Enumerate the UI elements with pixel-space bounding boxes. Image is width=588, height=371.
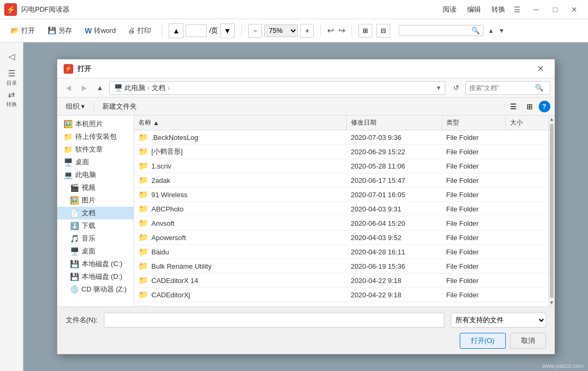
- file-date-cell: 2020-05-28 11:06: [347, 159, 442, 173]
- dialog-close-btn[interactable]: ✕: [533, 61, 548, 76]
- file-row[interactable]: 📁 2adak 2020-06-17 15:47 File Folder: [134, 173, 548, 188]
- tree-item-downloads[interactable]: ⬇️ 下载: [57, 219, 134, 232]
- tree-item-video[interactable]: 🎬 视频: [57, 181, 134, 194]
- file-size-cell: [506, 188, 548, 201]
- dialog-scrollbar[interactable]: ▲ ▼: [548, 116, 555, 306]
- page-up-btn[interactable]: ▲: [169, 23, 183, 38]
- sidebar-item-convert[interactable]: ⇄ 转换: [2, 89, 21, 108]
- tree-item-drive-z[interactable]: 💿 CD 驱动器 (Z:): [57, 283, 134, 296]
- zoom-out-btn[interactable]: －: [248, 24, 262, 38]
- search-input[interactable]: [402, 26, 471, 34]
- tree-item-pictures[interactable]: 🖼️ 图片: [57, 194, 134, 207]
- open-confirm-btn[interactable]: 打开(O): [460, 333, 506, 349]
- tree-item-desktop-2[interactable]: 🖥️ 桌面: [57, 245, 134, 258]
- search-down-btn[interactable]: ▼: [498, 27, 505, 34]
- file-type-cell: File Folder: [442, 145, 506, 158]
- tree-item-photos[interactable]: 🖼️ 本机照片: [57, 118, 134, 130]
- word-button[interactable]: W 转word: [81, 24, 120, 38]
- addr-forward-btn[interactable]: ▶: [77, 81, 91, 95]
- fit-page-btn[interactable]: ⊞: [358, 24, 372, 38]
- print-button[interactable]: 🖨 打印: [124, 24, 155, 38]
- menu-edit[interactable]: 编辑: [465, 4, 483, 15]
- file-row[interactable]: 📁 CADEditorXj 2020-04-22 9:18 File Folde…: [134, 288, 548, 302]
- file-name: Anvsoft: [152, 219, 174, 227]
- address-path[interactable]: 🖥️ 此电脑 › 文档 › ▾: [109, 81, 445, 95]
- tree-item-music[interactable]: 🎵 音乐: [57, 232, 134, 245]
- new-folder-btn[interactable]: 新建文件夹: [98, 100, 141, 113]
- zoom-select[interactable]: 75% 50% 100% 125% 150% 200%: [264, 24, 298, 37]
- tree-item-articles[interactable]: 📁 软件文章: [57, 143, 134, 156]
- tree-item-desktop-1[interactable]: 🖥️ 桌面: [57, 156, 134, 169]
- file-row[interactable]: 📁 CADEditorX 14 2020-04-22 9:18 File Fol…: [134, 273, 548, 288]
- file-rows-container: 📁 .BeckNotesLog 2020-07-03 9:36 File Fol…: [134, 130, 548, 306]
- file-name-cell: 📁 Baidu: [134, 245, 347, 259]
- file-row[interactable]: 📁 [小鹤音形] 2020-06-29 15:22 File Folder: [134, 145, 548, 159]
- file-name: 1.scriv: [152, 162, 172, 170]
- back-btn[interactable]: ↩: [327, 25, 334, 36]
- file-name: CADEditorXj: [152, 291, 190, 299]
- dialog-search-input[interactable]: [469, 84, 533, 92]
- page-down-btn[interactable]: ▼: [220, 23, 235, 38]
- page-input[interactable]: 0: [186, 24, 207, 37]
- sidebar-item-toc[interactable]: ☰ 目录: [2, 68, 21, 87]
- file-row[interactable]: 📁 Apowersoft 2020-04-03 9:52 File Folder: [134, 231, 548, 245]
- file-row[interactable]: 📁 .BeckNotesLog 2020-07-03 9:36 File Fol…: [134, 130, 548, 145]
- cancel-btn[interactable]: 取消: [510, 333, 546, 349]
- scroll-up-arrow[interactable]: ▲: [549, 116, 555, 123]
- addr-dropdown-icon[interactable]: ▾: [437, 84, 441, 92]
- scroll-down-arrow[interactable]: ▼: [549, 299, 555, 306]
- close-btn[interactable]: ✕: [565, 0, 584, 19]
- zoom-in-btn[interactable]: ＋: [300, 24, 314, 38]
- file-name: ABCPhoto: [152, 205, 184, 213]
- menu-convert[interactable]: 转换: [489, 4, 507, 15]
- open-button[interactable]: 📂 打开: [6, 24, 39, 38]
- filename-input[interactable]: [104, 313, 444, 328]
- file-row[interactable]: 📁 91 Wireless 2020-07-01 16:05 File Fold…: [134, 188, 548, 202]
- dialog-toolbar: 组织 ▾ 新建文件夹 ☰ ⊞ ?: [57, 98, 555, 116]
- two-page-btn[interactable]: ⊟: [376, 24, 390, 38]
- addr-refresh-btn[interactable]: ↺: [450, 81, 463, 95]
- file-name-cell: 📁 91 Wireless: [134, 188, 347, 201]
- file-row[interactable]: 📁 Baidu 2020-04-28 16:11 File Folder: [134, 245, 548, 259]
- col-type[interactable]: 类型: [442, 116, 506, 130]
- folder-icon: 📁: [138, 218, 148, 228]
- file-list-header: 名称 ▲ 修改日期 类型 大小: [134, 116, 548, 130]
- help-btn[interactable]: ?: [539, 101, 550, 112]
- menu-read[interactable]: 阅读: [441, 4, 459, 15]
- file-type: File Folder: [446, 134, 479, 142]
- file-row[interactable]: 📁 Card template 2020-05-21 16:59 File Fo…: [134, 302, 548, 306]
- col-date[interactable]: 修改日期: [347, 116, 442, 130]
- tree-item-pc[interactable]: 💻 此电脑: [57, 169, 134, 181]
- col-size[interactable]: 大小: [506, 116, 548, 130]
- tree-icon-drive-c: 💾: [70, 260, 79, 268]
- file-type: File Folder: [446, 219, 479, 227]
- sidebar-item-panel[interactable]: ◁: [2, 47, 21, 66]
- addr-back-btn[interactable]: ◀: [62, 81, 75, 95]
- col-name[interactable]: 名称 ▲: [134, 116, 347, 130]
- maximize-btn[interactable]: □: [546, 0, 565, 19]
- tree-item-drive-c[interactable]: 💾 本地磁盘 (C:): [57, 258, 134, 270]
- tree-item-docs[interactable]: 📄 文档: [57, 207, 134, 219]
- view-large-btn[interactable]: ⊞: [523, 100, 537, 113]
- file-row[interactable]: 📁 Bulk Rename Utility 2020-06-19 15:36 F…: [134, 259, 548, 273]
- tree-item-uploads[interactable]: 📁 待上传安装包: [57, 130, 134, 143]
- file-size-cell: [506, 288, 548, 302]
- minimize-btn[interactable]: ─: [526, 0, 546, 19]
- file-row[interactable]: 📁 Anvsoft 2020-06-04 15:20 File Folder: [134, 216, 548, 231]
- app-window: ⚡ 闪电PDF阅读器 阅读 编辑 转换 ☰ ─ □ ✕ 📂 打开 💾 另存 W …: [0, 0, 588, 371]
- svg-text:⚡: ⚡: [6, 5, 16, 14]
- view-details-btn[interactable]: ☰: [507, 100, 521, 113]
- tree-item-drive-d[interactable]: 💾 本地磁盘 (D:): [57, 270, 134, 283]
- forward-btn[interactable]: ↪: [338, 25, 345, 36]
- menu-icon-btn[interactable]: ☰: [507, 0, 526, 19]
- save-button[interactable]: 💾 另存: [43, 24, 76, 38]
- file-row[interactable]: 📁 ABCPhoto 2020-04-03 9:31 File Folder: [134, 202, 548, 216]
- file-row[interactable]: 📁 1.scriv 2020-05-28 11:06 File Folder: [134, 159, 548, 173]
- filetype-select[interactable]: 所有支持的文件 PDF文件 (*.pdf) 所有文件 (*.*): [451, 313, 546, 328]
- tree-icon-uploads: 📁: [64, 132, 73, 141]
- addr-up-btn[interactable]: ▲: [93, 81, 107, 95]
- search-up-btn[interactable]: ▲: [488, 27, 494, 34]
- organize-btn[interactable]: 组织 ▾: [62, 100, 90, 113]
- file-size-cell: [506, 302, 548, 306]
- page-area: 经 ⚡ 打开 ✕ ◀ ▶ ▲: [23, 42, 588, 371]
